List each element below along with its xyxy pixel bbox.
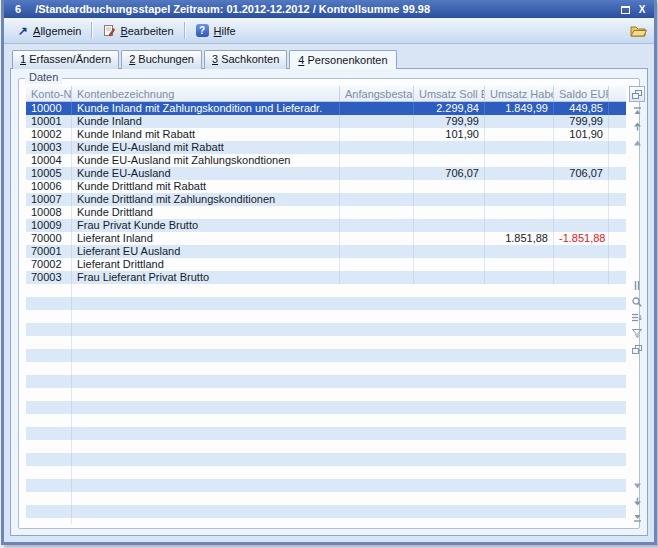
restore-button[interactable]	[618, 3, 632, 15]
cell-empty	[72, 375, 626, 388]
app-window: 6 /Standardbuchungsstapel Zeitraum: 01.2…	[1, 0, 657, 545]
cell-empty	[72, 362, 626, 375]
cell-empty	[26, 414, 72, 427]
cell-saldo: 101,90	[554, 128, 609, 141]
empty-row	[26, 284, 626, 297]
tab-personenkonten[interactable]: 4 Personenkonten	[289, 50, 396, 69]
row-down-icon[interactable]	[632, 481, 643, 490]
window-number: 6	[15, 3, 21, 15]
cell-empty	[72, 492, 626, 505]
column-header-label: Kontenbezeichnung	[77, 87, 174, 101]
table-row[interactable]: 70000Lieferant Inland1.851,88-1.851,88	[26, 232, 626, 245]
table-row[interactable]: 10007Kunde Drittland mit Zahlungskonditi…	[26, 193, 626, 206]
column-chooser-button[interactable]	[629, 86, 645, 102]
cell-bezeichnung: Lieferant Inland	[72, 232, 340, 245]
scroll-to-bottom-icon[interactable]	[632, 513, 643, 522]
tab-buchungen[interactable]: 2 Buchungen	[121, 50, 202, 69]
cell-saldo	[554, 245, 609, 258]
table-row[interactable]: 10000Kunde Inland mit Zahlungskondition …	[26, 102, 626, 115]
cell-saldo	[554, 271, 609, 284]
page-down-icon[interactable]	[632, 497, 643, 506]
sort-icon[interactable]	[632, 313, 643, 322]
cell-empty	[26, 401, 72, 414]
bearbeiten-button[interactable]: Bearbeiten	[96, 22, 180, 39]
cell-konto: 10001	[26, 115, 72, 128]
table-row[interactable]: 70002Lieferant Drittland	[26, 258, 626, 271]
cell-empty	[72, 427, 626, 440]
table-row[interactable]: 10004Kunde EU-Ausland mit Zahlungskondti…	[26, 154, 626, 167]
empty-row	[26, 505, 626, 518]
column-header-anfangsbestand[interactable]: Anfangsbestand EUR	[340, 86, 414, 101]
column-header-filler	[609, 86, 626, 101]
cell-empty	[72, 466, 626, 479]
help-question-icon: ?	[196, 24, 209, 37]
table-row[interactable]: 70001Lieferant EU Ausland	[26, 245, 626, 258]
tab-strip: 1 Erfassen/Ändern2 Buchungen3 Sachkonten…	[10, 50, 648, 68]
cell-haben	[485, 167, 554, 180]
cell-haben: 1.851,88	[485, 232, 554, 245]
cell-haben	[485, 245, 554, 258]
restore-icon	[621, 5, 630, 14]
table-row[interactable]: 10001Kunde Inland799,99799,99	[26, 115, 626, 128]
empty-row	[26, 453, 626, 466]
tab-sachkonten[interactable]: 3 Sachkonten	[204, 50, 287, 69]
hilfe-button[interactable]: ?Hilfe	[189, 22, 243, 39]
table-row[interactable]: 10005Kunde EU-Ausland706,07706,07	[26, 167, 626, 180]
close-button[interactable]: X	[635, 3, 649, 15]
cell-soll: 799,99	[414, 115, 485, 128]
cell-saldo	[554, 258, 609, 271]
allgemein-button[interactable]: ↗Allgemein	[11, 23, 88, 39]
cell-filler	[609, 219, 626, 232]
table-row[interactable]: 10002Kunde Inland mit Rabatt101,90101,90	[26, 128, 626, 141]
column-header-haben[interactable]: Umsatz Haben EUR	[485, 86, 554, 101]
cell-empty	[26, 323, 72, 336]
empty-row	[26, 297, 626, 310]
cell-empty	[26, 479, 72, 492]
scroll-to-top-icon[interactable]	[632, 106, 643, 115]
column-header-konto[interactable]: Konto-Nr.▼	[26, 86, 72, 101]
page-up-icon[interactable]	[632, 122, 643, 131]
cell-saldo: 449,85	[554, 102, 609, 115]
cell-empty	[26, 375, 72, 388]
empty-row	[26, 466, 626, 479]
row-up-icon[interactable]	[632, 138, 643, 147]
column-header-soll[interactable]: Umsatz Soll EUR	[414, 86, 485, 101]
cell-empty	[72, 297, 626, 310]
folder-icon[interactable]	[630, 24, 647, 38]
cell-empty	[26, 297, 72, 310]
cell-empty	[72, 336, 626, 349]
cell-anfangsbestand	[340, 232, 414, 245]
tab-erfassen-ändern[interactable]: 1 Erfassen/Ändern	[12, 50, 119, 69]
cell-haben	[485, 219, 554, 232]
search-icon[interactable]	[632, 297, 643, 306]
cell-saldo	[554, 206, 609, 219]
cell-empty	[26, 492, 72, 505]
table-row[interactable]: 10009Frau Privat Kunde Brutto	[26, 219, 626, 232]
filter-icon[interactable]	[632, 329, 643, 338]
column-header-saldo[interactable]: Saldo EUR	[554, 86, 609, 101]
empty-row	[26, 518, 626, 524]
empty-row	[26, 375, 626, 388]
band-splitter-icon[interactable]	[632, 281, 643, 290]
cell-konto: 10009	[26, 219, 72, 232]
cell-bezeichnung: Kunde Drittland mit Rabatt	[72, 180, 340, 193]
cell-soll	[414, 219, 485, 232]
cell-empty	[26, 453, 72, 466]
table-row[interactable]: 70003Frau Lieferant Privat Brutto	[26, 271, 626, 284]
cell-empty	[72, 505, 626, 518]
cell-empty	[72, 479, 626, 492]
cell-empty	[72, 284, 626, 297]
cell-konto: 10003	[26, 141, 72, 154]
cell-saldo	[554, 193, 609, 206]
empty-row	[26, 310, 626, 323]
grid-layout-icon[interactable]	[632, 345, 643, 354]
column-header-bezeichnung[interactable]: Kontenbezeichnung	[72, 86, 340, 101]
table-row[interactable]: 10008Kunde Drittland	[26, 206, 626, 219]
cell-filler	[609, 128, 626, 141]
table-row[interactable]: 10006Kunde Drittland mit Rabatt	[26, 180, 626, 193]
table-row[interactable]: 10003Kunde EU-Ausland mit Rabatt	[26, 141, 626, 154]
bearbeiten-label: Bearbeiten	[120, 25, 173, 37]
cell-soll: 2.299,84	[414, 102, 485, 115]
tabpage-personenkonten: Daten Konto-Nr.▼KontenbezeichnungAnfangs…	[10, 68, 648, 536]
cell-filler	[609, 271, 626, 284]
